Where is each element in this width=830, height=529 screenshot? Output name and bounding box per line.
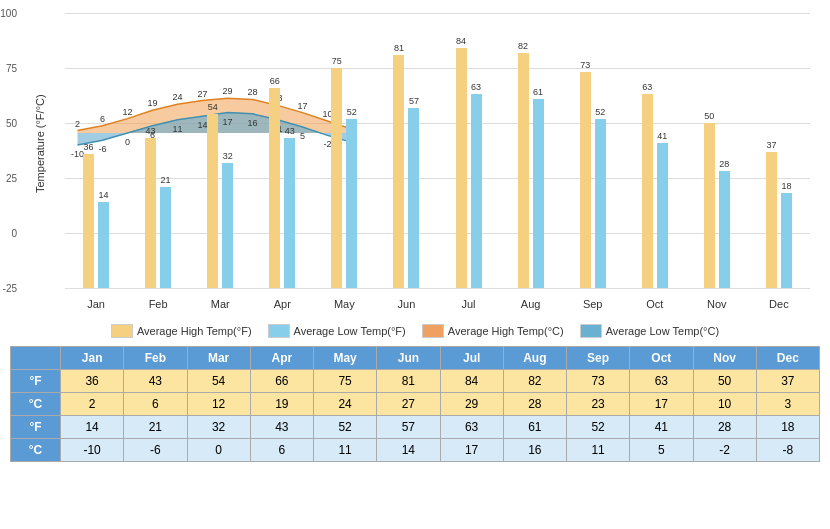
month-group: 5432: [189, 13, 251, 288]
legend: Average High Temp(°F)Average Low Temp(°F…: [10, 318, 820, 342]
table-cell: 52: [567, 416, 630, 439]
low-f-label: 43: [284, 126, 295, 136]
table-cell: 17: [630, 393, 693, 416]
legend-item: Average Low Temp(°C): [580, 324, 719, 338]
table-cell: 11: [567, 439, 630, 462]
x-month-label: Apr: [251, 298, 313, 310]
table-row: °F142132435257636152412818: [11, 416, 820, 439]
low-f-label: 52: [346, 107, 357, 117]
table-row-header: °C: [11, 393, 61, 416]
month-group: 7552: [313, 13, 375, 288]
legend-item: Average Low Temp(°F): [268, 324, 406, 338]
table-month-header: Apr: [250, 347, 313, 370]
table-cell: 17: [440, 439, 503, 462]
table-cell: 36: [61, 370, 124, 393]
table-cell: 50: [693, 370, 756, 393]
table-cell: 41: [630, 416, 693, 439]
table-cell: 52: [314, 416, 377, 439]
x-month-label: Jun: [375, 298, 437, 310]
table-cell: 0: [187, 439, 250, 462]
x-month-label: Aug: [500, 298, 562, 310]
bars-area: 3614432154326643755281578463826173526341…: [65, 13, 810, 288]
table-cell: 28: [503, 393, 566, 416]
table-cell: 3: [756, 393, 819, 416]
legend-swatch: [111, 324, 133, 338]
table-cell: 61: [503, 416, 566, 439]
low-f-label: 21: [160, 175, 171, 185]
month-group: 6341: [624, 13, 686, 288]
x-labels: JanFebMarAprMayJunJulAugSepOctNovDec: [65, 298, 810, 310]
x-month-label: Dec: [748, 298, 810, 310]
legend-label: Average High Temp(°C): [448, 325, 564, 337]
chart-inner: 1007550250-25 261219242729282317103-10-6…: [65, 13, 810, 288]
table-month-header: Mar: [187, 347, 250, 370]
table-cell: 29: [440, 393, 503, 416]
month-group: 6643: [251, 13, 313, 288]
table-month-header: Jun: [377, 347, 440, 370]
table-row-header: °F: [11, 370, 61, 393]
table-row: °C261219242729282317103: [11, 393, 820, 416]
legend-label: Average High Temp(°F): [137, 325, 252, 337]
table-cell: 75: [314, 370, 377, 393]
x-month-label: Jul: [437, 298, 499, 310]
table-row: °F364354667581848273635037: [11, 370, 820, 393]
legend-swatch: [422, 324, 444, 338]
table-cell: 6: [250, 439, 313, 462]
table-cell: 23: [567, 393, 630, 416]
month-group: 8463: [437, 13, 499, 288]
table-month-header: Oct: [630, 347, 693, 370]
low-f-label: 63: [471, 82, 482, 92]
high-f-label: 81: [393, 43, 404, 53]
y-label: 100: [0, 8, 17, 19]
y-label: -25: [3, 283, 17, 294]
high-f-label: 63: [642, 82, 653, 92]
table-month-header: Nov: [693, 347, 756, 370]
table-month-header: Sep: [567, 347, 630, 370]
month-group: 8261: [500, 13, 562, 288]
table-cell: -10: [61, 439, 124, 462]
month-group: 4321: [127, 13, 189, 288]
table-cell: 57: [377, 416, 440, 439]
table-month-header: Dec: [756, 347, 819, 370]
legend-item: Average High Temp(°F): [111, 324, 252, 338]
table-cell: 11: [314, 439, 377, 462]
table-cell: 12: [187, 393, 250, 416]
x-month-label: Oct: [624, 298, 686, 310]
table-cell: 21: [124, 416, 187, 439]
low-f-label: 32: [222, 151, 233, 161]
month-group: 5028: [686, 13, 748, 288]
data-table: JanFebMarAprMayJunJulAugSepOctNovDec°F36…: [10, 346, 820, 462]
high-f-label: 36: [83, 142, 94, 152]
table-cell: -2: [693, 439, 756, 462]
table-row: °C-10-60611141716115-2-8: [11, 439, 820, 462]
table-cell: 16: [503, 439, 566, 462]
table-month-header: Jul: [440, 347, 503, 370]
high-f-label: 37: [766, 140, 777, 150]
table-cell: -8: [756, 439, 819, 462]
table-cell: 82: [503, 370, 566, 393]
table-cell: 14: [377, 439, 440, 462]
table-month-header: Aug: [503, 347, 566, 370]
table-cell: 28: [693, 416, 756, 439]
y-axis-label: Temperature (°F/°C): [34, 133, 46, 193]
high-f-label: 82: [518, 41, 529, 51]
main-container: Temperature (°F/°C) 1007550250-25 261219…: [0, 0, 830, 529]
table-cell: 37: [756, 370, 819, 393]
table-cell: 43: [124, 370, 187, 393]
low-f-label: 57: [408, 96, 419, 106]
low-f-label: 28: [719, 159, 730, 169]
table-row-header: °C: [11, 439, 61, 462]
month-group: 3614: [65, 13, 127, 288]
table-cell: 63: [630, 370, 693, 393]
month-group: 7352: [562, 13, 624, 288]
table-corner: [11, 347, 61, 370]
table-cell: 10: [693, 393, 756, 416]
table-cell: 24: [314, 393, 377, 416]
month-group: 3718: [748, 13, 810, 288]
legend-item: Average High Temp(°C): [422, 324, 564, 338]
table-row-header: °F: [11, 416, 61, 439]
low-f-label: 14: [98, 190, 109, 200]
table-month-header: Feb: [124, 347, 187, 370]
table-cell: 73: [567, 370, 630, 393]
month-group: 8157: [375, 13, 437, 288]
